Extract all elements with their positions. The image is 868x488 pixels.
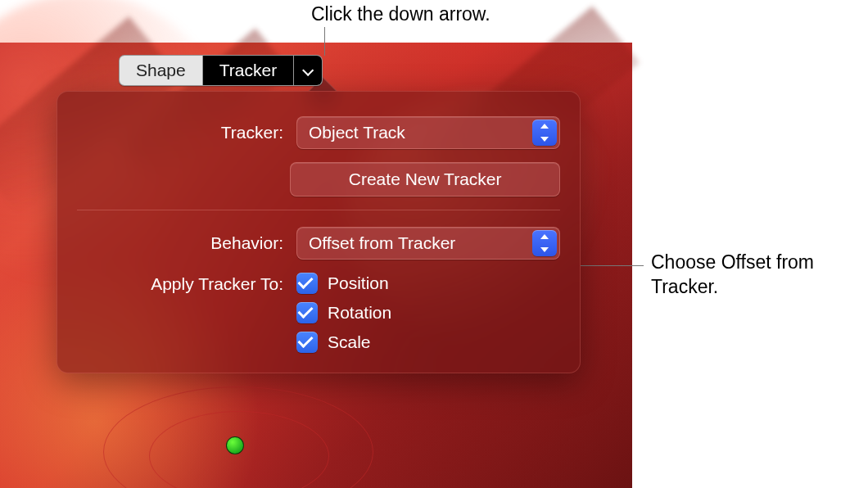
callout-line [324, 27, 325, 56]
apply-to-checks: Position Rotation Scale [296, 273, 391, 353]
tracker-popup-button[interactable]: Object Track [296, 116, 560, 149]
tracker-handle[interactable] [226, 436, 244, 454]
checkbox-label: Scale [328, 332, 371, 352]
segment-label: Shape [136, 61, 186, 79]
tracker-row: Tracker: Object Track [77, 116, 560, 149]
create-tracker-row: Create New Tracker [77, 162, 560, 197]
check-row-rotation: Rotation [296, 302, 391, 323]
tracker-popover: Tracker: Object Track Create New Tracker… [57, 91, 581, 373]
check-row-position: Position [296, 273, 391, 294]
tracker-label: Tracker: [77, 123, 296, 142]
behavior-popup-value: Offset from Tracker [309, 233, 455, 253]
tracker-popup-value: Object Track [309, 123, 405, 142]
hud-segmented-control: Shape Tracker [119, 55, 323, 86]
segment-disclosure-button[interactable] [294, 56, 322, 85]
apply-to-label: Apply Tracker To: [77, 273, 296, 294]
button-label: Create New Tracker [349, 169, 502, 189]
behavior-row: Behavior: Offset from Tracker [77, 227, 560, 260]
checkbox-scale[interactable] [296, 332, 318, 353]
tracker-popup[interactable]: Object Track [296, 116, 560, 149]
chevron-down-icon [302, 65, 314, 76]
check-row-scale: Scale [296, 332, 391, 353]
segment-label: Tracker [219, 61, 277, 79]
segment-tracker[interactable]: Tracker [203, 56, 293, 85]
segment-shape[interactable]: Shape [120, 56, 202, 85]
up-down-icon [532, 120, 557, 146]
up-down-icon [532, 230, 557, 256]
behavior-label: Behavior: [77, 233, 296, 253]
callout-line [578, 265, 644, 266]
behavior-popup[interactable]: Offset from Tracker [296, 227, 560, 260]
create-new-tracker-button[interactable]: Create New Tracker [290, 162, 560, 197]
checkbox-rotation[interactable] [296, 302, 318, 323]
checkbox-position[interactable] [296, 273, 318, 294]
checkbox-label: Position [328, 273, 389, 293]
callout-top: Click the down arrow. [311, 2, 491, 27]
apply-to-row: Apply Tracker To: Position Rotation Scal… [77, 273, 560, 353]
callout-right: Choose Offset from Tracker. [651, 251, 839, 300]
separator [77, 210, 560, 210]
checkbox-label: Rotation [328, 303, 391, 323]
behavior-popup-button[interactable]: Offset from Tracker [296, 227, 560, 260]
